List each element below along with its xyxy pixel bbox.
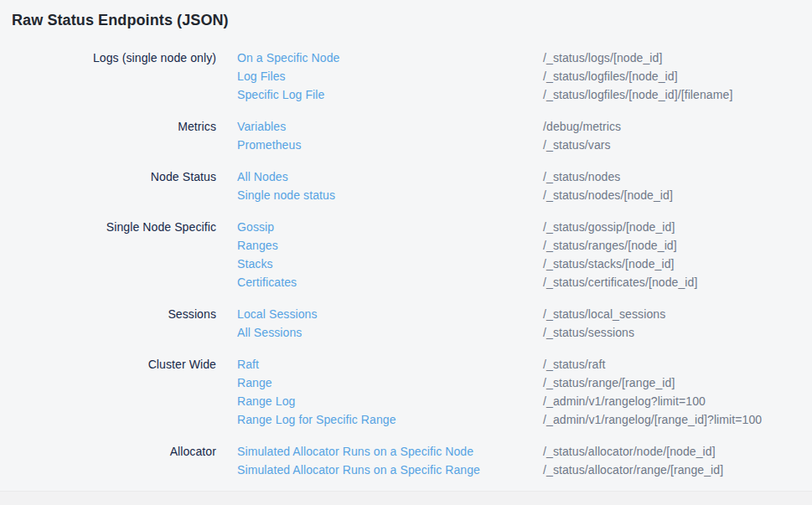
endpoint-path: /_status/allocator/range/[range_id] (543, 461, 812, 479)
endpoint-section: Single Node Specific Gossip /_status/gos… (12, 218, 812, 291)
endpoint-path: /_status/raft (543, 355, 812, 374)
endpoint-link[interactable]: All Nodes (237, 167, 543, 186)
endpoint-row: Range /_status/range/[range_id] (237, 374, 812, 392)
endpoint-path: /_status/vars (543, 136, 812, 154)
page-bottom-strip (0, 491, 812, 505)
endpoint-link[interactable]: Range Log for Specific Range (237, 410, 543, 429)
endpoint-row: On a Specific Node /_status/logs/[node_i… (237, 49, 812, 67)
endpoint-row: All Sessions /_status/sessions (237, 323, 812, 342)
endpoint-path: /_admin/v1/rangelog/[range_id]?limit=100 (543, 410, 812, 429)
endpoint-row: Local Sessions /_status/local_sessions (237, 305, 812, 323)
endpoint-row: Single node status /_status/nodes/[node_… (237, 186, 812, 204)
debug-endpoints-page: Raw Status Endpoints (JSON) Logs (single… (0, 0, 812, 479)
category-label: Sessions (12, 305, 216, 342)
endpoint-path: /_status/logfiles/[node_id]/[filename] (543, 85, 812, 104)
endpoint-link[interactable]: Certificates (237, 273, 543, 291)
sections: Logs (single node only) On a Specific No… (12, 49, 812, 479)
endpoint-link[interactable]: Simulated Allocator Runs on a Specific N… (237, 442, 543, 461)
section-rows: Simulated Allocator Runs on a Specific N… (237, 442, 812, 479)
endpoint-path: /_status/allocator/node/[node_id] (543, 442, 812, 461)
endpoint-link[interactable]: Single node status (237, 186, 543, 204)
endpoint-link[interactable]: Stacks (237, 255, 543, 273)
endpoint-section: Cluster Wide Raft /_status/raft Range /_… (12, 355, 812, 429)
section-rows: Variables /debug/metrics Prometheus /_st… (237, 117, 812, 154)
endpoint-row: Range Log for Specific Range /_admin/v1/… (237, 410, 812, 429)
category-label: Node Status (12, 167, 216, 204)
endpoint-link[interactable]: Prometheus (237, 136, 543, 154)
endpoint-path: /_status/range/[range_id] (543, 374, 812, 392)
endpoint-link[interactable]: Range (237, 374, 543, 392)
section-rows: Gossip /_status/gossip/[node_id] Ranges … (237, 218, 812, 291)
endpoint-link[interactable]: Log Files (237, 67, 543, 85)
endpoint-path: /_status/nodes (543, 167, 812, 186)
endpoint-path: /_status/local_sessions (543, 305, 812, 323)
section-rows: Raft /_status/raft Range /_status/range/… (237, 355, 812, 429)
endpoint-section: Node Status All Nodes /_status/nodes Sin… (12, 167, 812, 204)
endpoint-link[interactable]: On a Specific Node (237, 49, 543, 67)
endpoint-row: Gossip /_status/gossip/[node_id] (237, 218, 812, 236)
endpoint-link[interactable]: Range Log (237, 392, 543, 410)
endpoint-path: /_status/sessions (543, 323, 812, 342)
endpoint-row: Certificates /_status/certificates/[node… (237, 273, 812, 291)
endpoint-path: /_status/nodes/[node_id] (543, 186, 812, 204)
endpoint-link[interactable]: Variables (237, 117, 543, 136)
endpoint-row: Simulated Allocator Runs on a Specific R… (237, 461, 812, 479)
endpoint-path: /_status/logs/[node_id] (543, 49, 812, 67)
endpoint-path: /_admin/v1/rangelog?limit=100 (543, 392, 812, 410)
endpoint-row: Ranges /_status/ranges/[node_id] (237, 236, 812, 255)
endpoint-section: Sessions Local Sessions /_status/local_s… (12, 305, 812, 342)
endpoint-path: /_status/stacks/[node_id] (543, 255, 812, 273)
endpoint-section: Metrics Variables /debug/metrics Prometh… (12, 117, 812, 154)
endpoint-path: /_status/logfiles/[node_id] (543, 67, 812, 85)
endpoint-link[interactable]: Gossip (237, 218, 543, 236)
endpoint-path: /_status/certificates/[node_id] (543, 273, 812, 291)
endpoint-path: /_status/gossip/[node_id] (543, 218, 812, 236)
endpoint-path: /_status/ranges/[node_id] (543, 236, 812, 255)
endpoint-row: All Nodes /_status/nodes (237, 167, 812, 186)
endpoint-link[interactable]: Local Sessions (237, 305, 543, 323)
category-label: Single Node Specific (12, 218, 216, 291)
endpoint-row: Raft /_status/raft (237, 355, 812, 374)
category-label: Logs (single node only) (12, 49, 216, 104)
endpoint-row: Stacks /_status/stacks/[node_id] (237, 255, 812, 273)
endpoint-path: /debug/metrics (543, 117, 812, 136)
section-rows: On a Specific Node /_status/logs/[node_i… (237, 49, 812, 104)
endpoint-section: Allocator Simulated Allocator Runs on a … (12, 442, 812, 479)
endpoint-row: Range Log /_admin/v1/rangelog?limit=100 (237, 392, 812, 410)
category-label: Metrics (12, 117, 216, 154)
endpoint-link[interactable]: All Sessions (237, 323, 543, 342)
section-rows: All Nodes /_status/nodes Single node sta… (237, 167, 812, 204)
endpoint-link[interactable]: Raft (237, 355, 543, 374)
endpoint-link[interactable]: Simulated Allocator Runs on a Specific R… (237, 461, 543, 479)
endpoint-row: Specific Log File /_status/logfiles/[nod… (237, 85, 812, 104)
endpoint-section: Logs (single node only) On a Specific No… (12, 49, 812, 104)
endpoint-row: Variables /debug/metrics (237, 117, 812, 136)
page-title: Raw Status Endpoints (JSON) (12, 11, 812, 29)
endpoint-row: Log Files /_status/logfiles/[node_id] (237, 67, 812, 85)
endpoint-row: Simulated Allocator Runs on a Specific N… (237, 442, 812, 461)
endpoint-link[interactable]: Specific Log File (237, 85, 543, 104)
category-label: Allocator (12, 442, 216, 479)
endpoint-link[interactable]: Ranges (237, 236, 543, 255)
category-label: Cluster Wide (12, 355, 216, 429)
section-rows: Local Sessions /_status/local_sessions A… (237, 305, 812, 342)
endpoint-row: Prometheus /_status/vars (237, 136, 812, 154)
